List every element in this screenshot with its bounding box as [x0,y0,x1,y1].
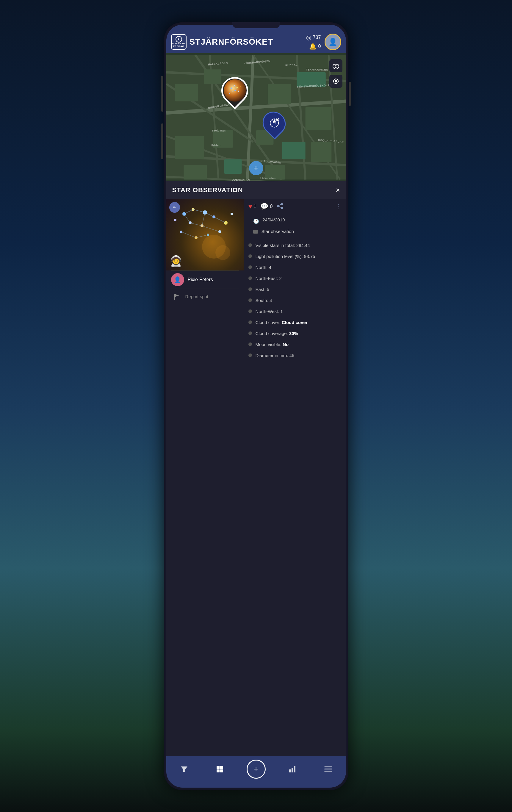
svg-rect-76 [174,294,175,300]
details-list: Visible stars in total: 284.44Light poll… [244,240,346,361]
observation-panel: STAR OBSERVATION × ✏ [166,181,346,788]
nav-list[interactable] [211,762,229,776]
detail-text: Visible stars in total: 284.44 [255,242,310,249]
svg-rect-24 [224,159,241,174]
svg-rect-22 [311,142,331,162]
detail-item: Visible stars in total: 284.44 [244,240,346,251]
detail-text: Light pollution level (%): 93.75 [255,253,315,259]
svg-rect-25 [265,165,285,179]
points-value: 737 [313,35,321,40]
detail-text: Diameter in mm: 45 [255,352,295,358]
likes-count: 1 [254,204,257,209]
detail-dot [248,298,252,302]
svg-rect-91 [324,766,332,767]
svg-marker-83 [181,766,187,772]
detail-text: East: 5 [255,286,270,292]
nav-menu[interactable] [319,762,337,776]
map-add-button[interactable]: + [249,161,263,175]
app-header: ★ FORSKAR FREDAG STJÄRNFÖRSÖKET ◎ 737 🔔 [166,25,346,53]
obs-info-top: ♥ 1 💬 0 [244,199,346,240]
detail-item: South: 4 [244,295,346,306]
svg-line-66 [184,209,193,214]
detail-dot [248,254,252,258]
comment-button[interactable]: 💬 0 [260,203,272,210]
detail-item: North-West: 1 [244,306,346,317]
binoculars-button[interactable] [329,59,342,72]
detail-item: Moon visible: No [244,339,346,350]
svg-point-64 [231,213,233,215]
svg-rect-90 [294,766,295,773]
bottom-navigation: + [166,756,346,788]
svg-rect-84 [217,766,219,769]
svg-rect-19 [212,130,233,147]
observation-image: ✏ [166,199,244,270]
app-title: STJÄRNFÖRSÖKET [189,37,303,47]
detail-item: East: 5 [244,284,346,295]
target-icon: ◎ [306,34,311,41]
phone-notch [232,22,280,28]
svg-line-72 [184,214,190,223]
svg-line-75 [196,235,208,238]
notification-badge: 🔔 0 [309,43,321,50]
panel-content: ✏ [166,199,346,756]
share-button[interactable] [277,203,283,211]
svg-line-35 [234,86,237,87]
detail-item: Cloud coverage: 30% [244,328,346,339]
nav-filter[interactable] [175,762,193,776]
avatar[interactable]: 👤 [325,34,341,50]
svg-line-81 [279,204,282,206]
map-controls [329,59,342,88]
svg-point-33 [240,86,240,87]
map-container[interactable]: HALLAVÄGEN KÖRSBÄRSVÄGEN RUDDAL TEKNIKRI… [166,53,346,181]
location-pin[interactable] [221,77,248,109]
svg-rect-23 [184,165,207,179]
close-button[interactable]: × [336,186,340,194]
star-observation-pin[interactable] [263,111,285,135]
detail-text: Moon visible: No [255,341,289,348]
points-badge: ◎ 737 [306,34,321,41]
content-top-row: ✏ [166,199,346,361]
detail-item: North-East: 2 [244,273,346,284]
comments-count: 0 [270,204,272,209]
detail-dot [248,243,252,247]
svg-point-65 [174,219,176,221]
header-icons: ◎ 737 🔔 0 [306,34,321,50]
star-icon: ★ [176,36,182,42]
svg-point-52 [215,245,230,260]
svg-rect-18 [175,136,204,159]
date-item: 🕐 24/04/2019 [248,215,341,226]
more-button[interactable]: ⋮ [335,203,341,210]
logo-icon: ★ FORSKAR FREDAG [171,34,186,50]
svg-line-74 [181,232,196,238]
heart-icon: ♥ [248,203,252,210]
svg-rect-93 [324,771,332,772]
detail-text: North: 4 [255,264,271,270]
nav-stats[interactable] [283,762,301,776]
svg-rect-86 [217,770,219,773]
comment-icon: 💬 [260,203,268,210]
user-name: Pixie Peters [188,277,213,282]
svg-point-31 [238,90,239,92]
svg-point-80 [277,205,279,206]
notification-count: 0 [318,44,321,49]
panel-header: STAR OBSERVATION × [166,181,346,199]
svg-rect-85 [220,766,223,769]
report-row[interactable]: Report spot [166,289,244,304]
like-button[interactable]: ♥ 1 [248,203,257,210]
svg-point-30 [232,91,232,92]
action-row: ♥ 1 💬 0 [248,203,341,211]
logo-text: FORSKAR FREDAG [172,42,185,48]
nav-add[interactable]: + [247,760,266,779]
svg-rect-87 [220,770,223,773]
svg-point-32 [229,93,230,94]
detail-text: Cloud coverage: 30% [255,330,298,337]
svg-rect-14 [204,69,221,84]
edit-button[interactable]: ✏ [169,202,180,213]
user-avatar: 👤 [171,273,184,286]
header-right: ◎ 737 🔔 0 👤 [306,34,341,50]
detail-text: Cloud cover: Cloud cover [255,319,308,325]
date-value: 24/04/2019 [263,217,285,222]
svg-rect-92 [324,768,332,770]
svg-line-70 [190,223,202,226]
location-button[interactable] [329,75,342,88]
